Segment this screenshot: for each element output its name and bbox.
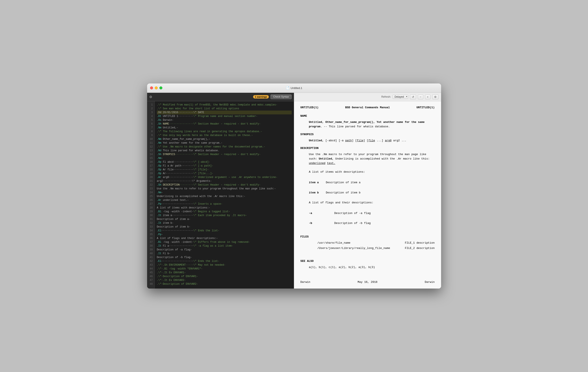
code-line: .It item b- [157, 221, 292, 225]
line-number: 31 [149, 217, 153, 221]
line-number: 5 [149, 118, 153, 122]
preview-toolbar: Refresh: Delayed ▾ ↺ − + ⚙ [294, 93, 441, 101]
line-number: 10 [149, 137, 153, 141]
line-number: 46 [149, 275, 153, 278]
man-flag-a-row: -a Description of -a flag [300, 211, 435, 216]
line-number: 29 [149, 210, 153, 214]
line-number: 7 [149, 126, 153, 130]
code-line: .Dt UNTITLED 1··········\" Program name … [157, 114, 292, 118]
reload-button[interactable]: ↺ [410, 94, 416, 99]
maximize-button[interactable] [159, 86, 162, 89]
line-number: 23 [149, 187, 153, 191]
man-page-preview[interactable]: UNTITLED(1) BSD General Commands Manual … [294, 101, 441, 289]
man-footer-left: Darwin [300, 280, 310, 285]
code-line: .Nm Untitled,- [157, 126, 292, 130]
warnings-badge: 1 warnings [253, 95, 269, 99]
line-number: 16 [149, 160, 153, 164]
man-section-files: FILES [300, 235, 435, 239]
code-line: .\" Use only key words here as the datab… [157, 134, 292, 137]
code-line: .Nm- [157, 191, 292, 195]
refresh-dropdown[interactable]: Delayed ▾ [393, 95, 408, 99]
line-number: 36 [149, 237, 153, 240]
code-line: Description of item a- [157, 217, 292, 221]
code-line: .\"·Description of ENVVAR2- [157, 282, 292, 286]
font-increase-button[interactable]: + [425, 94, 430, 99]
code-line: .Op Ar··················\" [file...]- [157, 172, 292, 176]
code-line: .Op Fl a Ar path········\" [-a path]- [157, 164, 292, 168]
code-line: .\" Modified from man(1) of FreeBSD, the… [157, 103, 292, 107]
code-line: .Ar underlined text.- [157, 198, 292, 202]
line-number: 2 [149, 107, 153, 111]
code-line: .Sh DESCRIPTION·········\" Section Heade… [157, 183, 292, 187]
code-line: arg2···················\" Arguments- [157, 179, 292, 183]
line-number: 20 [149, 176, 153, 179]
line-number: 47 [149, 278, 153, 282]
man-see-also-content: a(1), b(1), c(1), a(2), b(2), a(3), b(3) [300, 265, 435, 270]
window-title: 📄 Untitled.1 [286, 86, 302, 90]
line-number: 39 [149, 248, 153, 252]
code-line: A list of flags and their descriptions:- [157, 237, 292, 240]
titlebar: 📄 Untitled.1 [147, 83, 441, 93]
code-line: .Nm- [157, 156, 292, 160]
close-button[interactable] [150, 86, 153, 89]
line-number: 13 [149, 149, 153, 153]
man-section-description: DESCRIPTION [300, 146, 435, 151]
man-synopsis-content: Untitled, [-abcd] [-a path] [file] [file… [300, 139, 435, 143]
line-number: 43 [149, 263, 153, 267]
line-number: 30 [149, 214, 153, 217]
editor-area: 12⚠3456789101112131415161718192021222324… [147, 101, 294, 289]
man-flag-b-row: -b Description of -b flag [300, 221, 435, 226]
line-number: 37 [149, 240, 153, 244]
man-file-1-row: /usr/share/file_name FILE_1 description [309, 241, 435, 245]
line-number: 34 [149, 229, 153, 233]
man-page-header: UNTITLED(1) BSD General Commands Manual … [300, 105, 435, 110]
line-number: 35 [149, 233, 153, 237]
font-decrease-button[interactable]: − [418, 94, 423, 99]
line-number: 1 [149, 103, 153, 107]
man-name-content: Untitled, Other_name_for_same_program(),… [300, 120, 435, 129]
line-number: 24 [149, 191, 153, 195]
man-description-content: Use the .Nm macro to refer to your progr… [300, 152, 435, 179]
dropdown-arrow-icon: ▾ [406, 95, 407, 98]
traffic-lights [150, 86, 162, 89]
settings-icon[interactable]: ⚙ [149, 95, 152, 99]
man-footer-right: Darwin [425, 280, 435, 285]
code-line: A list of items with descriptions:- [157, 206, 292, 210]
line-number: ⚠3 [149, 111, 153, 114]
code-line: .It Fl a················\" -a flag as a … [157, 244, 292, 248]
code-editor[interactable]: .\" Modified from man(1) of FreeBSD, the… [155, 101, 294, 289]
code-line: Underlining is accomplished with the .Ar… [157, 195, 292, 198]
line-number: 42 [149, 259, 153, 263]
check-syntax-button[interactable]: Check Syntax [271, 94, 292, 99]
line-number: 22 [149, 183, 153, 187]
line-number: 15 [149, 156, 153, 160]
preview-settings-button[interactable]: ⚙ [432, 94, 439, 99]
line-number: 9 [149, 134, 153, 137]
line-number: 19 [149, 172, 153, 176]
code-line: .It item a··············\" Each item pre… [157, 214, 292, 217]
code-line: Description of -a flag- [157, 248, 292, 252]
man-files-content: /usr/share/file_name FILE_1 description … [300, 241, 435, 251]
man-item-a-row: item a Description of item a [300, 180, 435, 185]
line-number: 45 [149, 271, 153, 275]
code-line: .\" Use .Nm macro to designate other nam… [157, 145, 292, 149]
minimize-button[interactable] [155, 86, 158, 89]
code-line: .\"·.It Ev ENVVAR1- [157, 271, 292, 275]
man-section-see-also: SEE ALSO [300, 259, 435, 264]
line-number: 38 [149, 244, 153, 248]
code-line: Description of -b flag- [157, 256, 292, 259]
preview-pane: Refresh: Delayed ▾ ↺ − + ⚙ UNTITLED(1) B… [294, 93, 441, 289]
line-number: 28 [149, 206, 153, 210]
line-numbers: 12⚠3456789101112131415161718192021222324… [147, 101, 155, 289]
code-line: .Dd 26/01/2016··········\" DATE [157, 111, 292, 114]
line-number: 27 [149, 202, 153, 206]
code-line: .\" The following lines are read in gene… [157, 130, 292, 134]
line-number: 11 [149, 141, 153, 145]
code-line: .Sh NAME················\" Section Heade… [157, 122, 292, 126]
line-number: 32 [149, 221, 153, 225]
code-line: .Pp- [157, 233, 292, 237]
man-page-footer: Darwin May 16, 2018 Darwin [300, 280, 435, 285]
main-window: 📄 Untitled.1 ⚙ 1 warnings Check Syntax [147, 83, 441, 289]
line-number: 21 [149, 179, 153, 183]
code-line: .Bl -tag -width -indent·\" Begins a tagg… [157, 210, 292, 214]
